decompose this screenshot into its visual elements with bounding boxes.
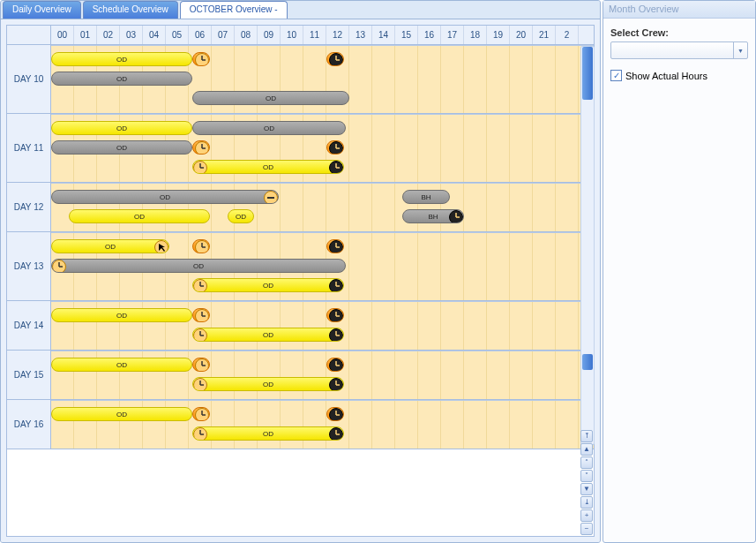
clock-icon xyxy=(328,160,344,174)
gantt-bar[interactable] xyxy=(192,52,210,66)
gantt-bar[interactable]: OD xyxy=(51,259,346,273)
day-content[interactable]: ODOD xyxy=(51,351,594,399)
side-panel: Month Overview Select Crew: ▼ ✓ Show Act… xyxy=(603,0,756,543)
gantt-bar[interactable]: OD xyxy=(51,358,192,372)
gantt-bar[interactable] xyxy=(192,308,210,322)
side-panel-title: Month Overview xyxy=(603,1,755,19)
gantt-bar[interactable]: OD xyxy=(51,140,192,155)
scroll-button[interactable]: ˅ xyxy=(580,470,593,482)
day-content[interactable]: ODBHODODBH xyxy=(51,183,594,231)
scroll-button[interactable]: ˄ xyxy=(580,456,593,469)
scroll-button[interactable]: ▼ xyxy=(580,483,593,495)
gantt-bar[interactable] xyxy=(326,407,344,421)
day-content[interactable]: ODODODOD xyxy=(51,114,594,182)
clock-dark-icon xyxy=(328,308,344,322)
hour-cell: 17 xyxy=(441,26,464,44)
scrollbar-thumb-2[interactable] xyxy=(582,354,593,370)
tab-body: 0001020304050607080910111213141516171819… xyxy=(1,19,600,542)
hour-cell: 16 xyxy=(418,26,441,44)
clock-icon xyxy=(328,377,344,391)
hour-cell: 18 xyxy=(464,26,487,44)
day-row: DAY 16ODOD xyxy=(7,400,594,449)
gantt-bar[interactable] xyxy=(326,140,344,155)
select-crew-dropdown[interactable]: ▼ xyxy=(610,41,748,59)
day-content[interactable]: ODOD xyxy=(51,301,594,350)
tab-daily[interactable]: Daily Overview xyxy=(3,1,81,19)
gantt-bar[interactable] xyxy=(326,358,344,372)
gantt-bar[interactable] xyxy=(192,407,210,421)
clock-icon xyxy=(328,328,344,342)
hour-cell: 10 xyxy=(281,26,303,44)
hour-cell: 03 xyxy=(120,26,143,44)
scroll-button[interactable]: + xyxy=(580,509,593,522)
clock-icon xyxy=(192,278,208,292)
day-label: DAY 14 xyxy=(7,301,51,350)
tab-october[interactable]: OCTOBER Overview - xyxy=(180,1,288,19)
side-panel-body: Select Crew: ▼ ✓ Show Actual Hours xyxy=(603,19,755,90)
tab-schedule[interactable]: Schedule Overview xyxy=(83,1,178,19)
gantt-bar[interactable]: OD xyxy=(192,426,344,441)
show-actual-hours-row[interactable]: ✓ Show Actual Hours xyxy=(610,70,748,81)
hour-cells: 0001020304050607080910111213141516171819… xyxy=(51,26,594,44)
select-crew-label: Select Crew: xyxy=(610,27,748,38)
vertical-scrollbar[interactable] xyxy=(580,46,595,445)
day-content[interactable]: ODODOD xyxy=(51,45,594,113)
gantt-bar[interactable]: OD xyxy=(192,377,344,391)
gantt-bar[interactable]: OD xyxy=(69,209,210,223)
gantt-bar[interactable] xyxy=(326,308,344,322)
scroll-button[interactable]: − xyxy=(580,523,593,535)
hour-cell: 11 xyxy=(303,26,326,44)
clock-icon xyxy=(194,239,210,253)
show-actual-hours-checkbox[interactable]: ✓ xyxy=(610,70,622,81)
day-row: DAY 14ODOD xyxy=(7,301,594,351)
main-panel: Daily Overview Schedule Overview OCTOBER… xyxy=(0,0,601,543)
hour-cell: 08 xyxy=(235,26,258,44)
day-label: DAY 16 xyxy=(7,400,51,449)
clock-icon xyxy=(194,52,210,66)
hour-cell: 14 xyxy=(372,26,395,44)
gantt-bar[interactable]: OD xyxy=(192,328,344,342)
scrollbar-thumb[interactable] xyxy=(582,47,593,100)
hour-cell: 19 xyxy=(487,26,510,44)
gantt-bar[interactable]: OD xyxy=(51,121,192,135)
show-actual-hours-label: Show Actual Hours xyxy=(625,71,707,81)
gantt-bar[interactable] xyxy=(192,239,210,253)
gantt-bar[interactable]: BH xyxy=(402,190,450,204)
day-label: DAY 15 xyxy=(7,351,51,399)
gantt-bar[interactable]: OD xyxy=(51,190,279,204)
scroll-button[interactable]: ⤒ xyxy=(580,430,593,442)
day-label: DAY 13 xyxy=(7,232,51,300)
days-body[interactable]: DAY 10ODODODDAY 11ODODODODDAY 12ODBHODOD… xyxy=(7,45,594,536)
dark-icon xyxy=(448,209,464,223)
gantt-bar[interactable] xyxy=(326,52,344,66)
scroll-buttons: ⤒▲˄˅▼⤓+− xyxy=(580,430,593,535)
scroll-button[interactable]: ▲ xyxy=(580,443,593,456)
clock-icon xyxy=(328,426,344,441)
hour-cell: 02 xyxy=(97,26,120,44)
gantt-bar[interactable]: OD xyxy=(51,308,192,322)
gantt-bar[interactable]: OD xyxy=(192,91,349,105)
gantt-bar[interactable]: OD xyxy=(51,72,192,86)
day-row: DAY 10ODODOD xyxy=(7,45,594,114)
gantt-chart: 0001020304050607080910111213141516171819… xyxy=(6,25,595,537)
gantt-bar[interactable]: OD xyxy=(51,52,192,66)
gantt-bar[interactable]: OD xyxy=(192,121,346,135)
gantt-bar[interactable]: OD xyxy=(51,239,169,253)
clock-dark-icon xyxy=(328,239,344,253)
scroll-button[interactable]: ⤓ xyxy=(580,496,593,509)
gantt-bar[interactable] xyxy=(192,358,210,372)
gantt-bar[interactable] xyxy=(192,140,210,155)
day-label: DAY 11 xyxy=(7,114,51,182)
gantt-bar[interactable]: OD xyxy=(51,407,192,421)
day-content[interactable]: ODODOD xyxy=(51,232,594,300)
gantt-bar[interactable]: OD xyxy=(192,278,344,292)
clock-icon xyxy=(194,407,210,421)
hour-cell: 15 xyxy=(395,26,418,44)
hour-cell: 07 xyxy=(212,26,235,44)
gantt-bar[interactable]: OD xyxy=(228,209,254,223)
gantt-bar[interactable] xyxy=(326,239,344,253)
day-content[interactable]: ODOD xyxy=(51,400,594,449)
gantt-bar[interactable]: BH xyxy=(402,209,464,223)
gantt-bar[interactable]: OD xyxy=(192,160,344,174)
hour-cell: 00 xyxy=(51,26,74,44)
